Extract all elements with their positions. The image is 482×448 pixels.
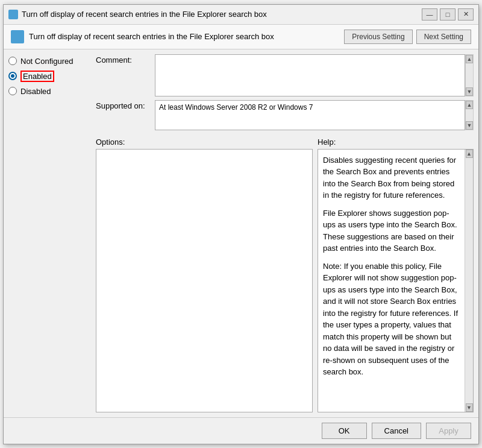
header-section: Turn off display of recent search entrie…: [4, 25, 478, 49]
apply-button[interactable]: Apply: [426, 423, 471, 439]
scroll-down-arrow[interactable]: ▼: [466, 87, 473, 96]
disabled-option[interactable]: Disabled: [8, 87, 91, 96]
radio-group: Not Configured Enabled Disabled: [8, 57, 91, 96]
header-buttons: Previous Setting Next Setting: [344, 30, 471, 44]
help-box-container: Disables suggesting recent queries for t…: [318, 149, 474, 412]
not-configured-radio[interactable]: [8, 57, 17, 65]
enabled-label: Enabled: [20, 71, 54, 82]
previous-setting-button[interactable]: Previous Setting: [344, 30, 412, 44]
header-title-area: Turn off display of recent search entrie…: [11, 30, 344, 43]
supported-scroll-down[interactable]: ▼: [466, 121, 473, 130]
maximize-button[interactable]: □: [440, 8, 455, 21]
help-label: Help:: [318, 137, 474, 147]
main-content: Not Configured Enabled Disabled Comment:: [4, 49, 478, 417]
supported-scrollbar[interactable]: ▲ ▼: [465, 100, 474, 130]
help-paragraph-3: Note: If you enable this policy, File Ex…: [323, 260, 460, 378]
title-bar: Turn off display of recent search entrie…: [4, 5, 478, 25]
supported-scroll-up[interactable]: ▲: [466, 101, 473, 109]
close-button[interactable]: ✕: [458, 8, 474, 21]
help-scrollbar[interactable]: ▲ ▼: [465, 150, 473, 412]
supported-value: At least Windows Server 2008 R2 or Windo…: [155, 100, 465, 130]
bottom-section: Options: Help: Disables suggesting recen…: [96, 137, 474, 412]
disabled-label: Disabled: [20, 87, 51, 96]
enabled-option[interactable]: Enabled: [8, 71, 91, 82]
disabled-radio[interactable]: [8, 87, 17, 95]
help-paragraph-2: File Explorer shows suggestion pop-ups a…: [323, 207, 460, 254]
help-paragraph-1: Disables suggesting recent queries for t…: [323, 154, 460, 201]
supported-field-container: At least Windows Server 2008 R2 or Windo…: [155, 100, 474, 130]
comment-scrollbar[interactable]: ▲ ▼: [465, 54, 474, 96]
options-label: Options:: [96, 137, 313, 147]
window-title: Turn off display of recent search entrie…: [22, 10, 267, 19]
next-setting-button[interactable]: Next Setting: [416, 30, 471, 44]
cancel-button[interactable]: Cancel: [372, 423, 421, 439]
header-title-text: Turn off display of recent search entrie…: [29, 32, 274, 41]
supported-label: Supported on:: [96, 100, 150, 110]
ok-button[interactable]: OK: [322, 423, 367, 439]
help-text: Disables suggesting recent queries for t…: [318, 150, 465, 412]
right-panel: Comment: ▲ ▼ Supported on: At least Wind…: [96, 54, 474, 412]
not-configured-label: Not Configured: [20, 57, 73, 66]
supported-row: Supported on: At least Windows Server 20…: [96, 100, 474, 130]
not-configured-option[interactable]: Not Configured: [8, 57, 91, 66]
main-window: Turn off display of recent search entrie…: [3, 4, 479, 444]
window-icon: [8, 10, 18, 19]
help-section: Help: Disables suggesting recent queries…: [318, 137, 474, 412]
policy-icon: [11, 30, 24, 43]
comment-row: Comment: ▲ ▼: [96, 54, 474, 96]
title-bar-left: Turn off display of recent search entrie…: [8, 10, 267, 19]
comment-field-container: ▲ ▼: [155, 54, 474, 96]
options-box: [96, 149, 313, 412]
options-section: Options:: [96, 137, 313, 412]
comment-input[interactable]: [155, 54, 465, 96]
footer: OK Cancel Apply: [4, 417, 478, 444]
help-scroll-up[interactable]: ▲: [466, 150, 473, 158]
help-scroll-down[interactable]: ▼: [466, 403, 473, 412]
title-bar-controls: — □ ✕: [422, 8, 474, 21]
enabled-radio[interactable]: [8, 72, 17, 80]
left-panel: Not Configured Enabled Disabled: [8, 54, 96, 412]
minimize-button[interactable]: —: [422, 8, 437, 21]
comment-label: Comment:: [96, 54, 150, 65]
scroll-up-arrow[interactable]: ▲: [466, 55, 473, 63]
